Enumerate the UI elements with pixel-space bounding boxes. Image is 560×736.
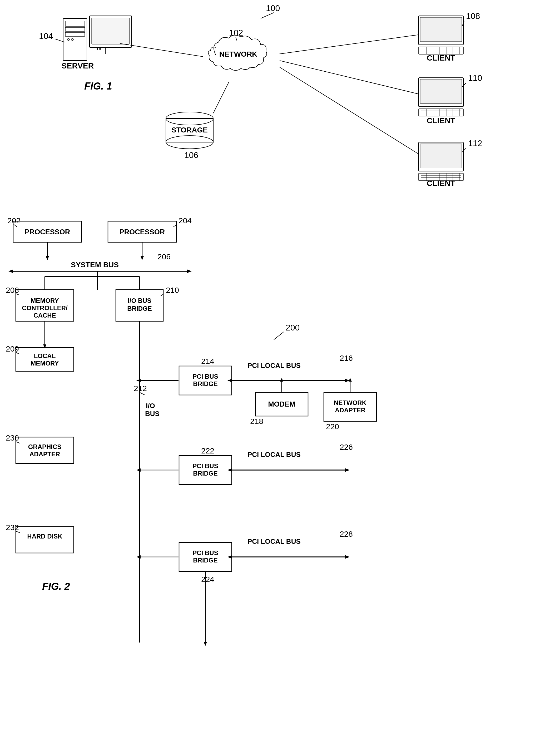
client2-label: CLIENT bbox=[427, 116, 455, 125]
netadapter-up-arrow bbox=[349, 378, 352, 382]
local-memory-box bbox=[16, 348, 74, 371]
svg-line-14 bbox=[236, 37, 237, 41]
ref202-label: 202 bbox=[7, 216, 21, 225]
pci3-right-arrow bbox=[345, 555, 350, 559]
svg-line-57 bbox=[280, 61, 419, 94]
svg-text:MEMORY: MEMORY bbox=[31, 297, 59, 304]
pci1-right-arrow bbox=[345, 379, 350, 382]
ref220-label: 220 bbox=[326, 422, 339, 431]
network-label: NETWORK bbox=[219, 50, 257, 58]
svg-text:GRAPHICS: GRAPHICS bbox=[28, 443, 62, 450]
fig1-svg: 100 104 SERVER bbox=[0, 0, 560, 208]
client2-icon bbox=[419, 78, 463, 116]
svg-text:PCI BUS: PCI BUS bbox=[192, 549, 218, 556]
svg-text:MEMORY: MEMORY bbox=[31, 360, 59, 367]
client3-label: CLIENT bbox=[427, 179, 455, 187]
pci-local-bus3-label: PCI LOCAL BUS bbox=[247, 537, 301, 545]
storage-label: STORAGE bbox=[171, 126, 208, 134]
ref208-label: 208 bbox=[6, 286, 19, 294]
pci-local-bus2-label: PCI LOCAL BUS bbox=[247, 451, 301, 458]
fig2-label: FIG. 2 bbox=[42, 581, 70, 592]
iobus-to-pci1-arrow bbox=[136, 379, 141, 382]
ref204-label: 204 bbox=[179, 216, 192, 225]
svg-line-55 bbox=[213, 82, 229, 113]
svg-text:MODEM: MODEM bbox=[268, 400, 295, 408]
client3-icon bbox=[419, 142, 463, 181]
ref209-label: 209 bbox=[6, 344, 19, 353]
client1-label: CLIENT bbox=[427, 53, 455, 62]
svg-text:BRIDGE: BRIDGE bbox=[193, 470, 217, 477]
pci2-left-arrow bbox=[227, 468, 232, 472]
hard-disk-box bbox=[16, 527, 74, 553]
sysbus-right-arrow bbox=[187, 269, 192, 273]
svg-rect-43 bbox=[420, 144, 462, 168]
svg-text:LOCAL: LOCAL bbox=[34, 352, 56, 359]
svg-text:BRIDGE: BRIDGE bbox=[193, 380, 217, 387]
diagram-container: 100 104 SERVER bbox=[0, 0, 560, 736]
svg-line-83 bbox=[140, 392, 145, 395]
ref102-label: 102 bbox=[229, 28, 243, 37]
svg-text:BRIDGE: BRIDGE bbox=[193, 557, 217, 564]
graphics-adapter-box bbox=[16, 437, 74, 463]
svg-text:BRIDGE: BRIDGE bbox=[127, 305, 152, 312]
ref104-label: 104 bbox=[39, 31, 53, 41]
svg-text:PCI BUS: PCI BUS bbox=[192, 462, 218, 470]
ref222-label: 222 bbox=[201, 446, 214, 455]
ref212-label: 212 bbox=[134, 384, 147, 393]
svg-rect-9 bbox=[92, 18, 130, 44]
iobus-to-pci3-arrow bbox=[136, 555, 141, 559]
processor2-text: PROCESSOR bbox=[120, 228, 165, 236]
ref216-label: 216 bbox=[340, 354, 353, 362]
svg-text:NETWORK: NETWORK bbox=[334, 399, 367, 406]
ref110-label: 110 bbox=[468, 73, 482, 83]
svg-rect-32 bbox=[419, 109, 463, 116]
svg-rect-31 bbox=[420, 79, 462, 103]
svg-text:CACHE: CACHE bbox=[33, 312, 56, 319]
ref210-label: 210 bbox=[166, 286, 179, 294]
svg-rect-5 bbox=[65, 32, 85, 36]
ref226-label: 226 bbox=[340, 443, 353, 451]
svg-rect-4 bbox=[65, 27, 85, 31]
pci2-right-arrow bbox=[345, 468, 350, 472]
ref108-label: 108 bbox=[466, 11, 480, 21]
svg-point-12 bbox=[97, 48, 98, 50]
server-icon bbox=[63, 16, 132, 61]
svg-rect-20 bbox=[419, 47, 463, 54]
pci3-left-arrow bbox=[227, 555, 232, 559]
ref100-label: 100 bbox=[266, 3, 280, 13]
systembus-label: SYSTEM BUS bbox=[71, 261, 119, 269]
svg-text:BUS: BUS bbox=[145, 410, 160, 418]
ref232-label: 232 bbox=[6, 523, 19, 532]
fig2-svg: 200 PROCESSOR 202 PROCESSOR 204 206 SYST… bbox=[0, 208, 560, 736]
fig1-label: FIG. 1 bbox=[84, 81, 112, 92]
svg-text:ADAPTER: ADAPTER bbox=[335, 407, 365, 414]
svg-rect-2 bbox=[63, 18, 87, 61]
pci-local-bus1-label: PCI LOCAL BUS bbox=[247, 362, 301, 369]
ref206-label: 206 bbox=[157, 252, 171, 261]
svg-line-0 bbox=[261, 13, 274, 18]
ref112-label: 112 bbox=[468, 139, 482, 148]
svg-line-58 bbox=[280, 67, 419, 154]
modem-up-arrow bbox=[280, 378, 283, 382]
network-cloud: NETWORK bbox=[208, 35, 267, 71]
client1-icon bbox=[419, 16, 463, 54]
svg-rect-3 bbox=[65, 21, 85, 26]
svg-text:PCI BUS: PCI BUS bbox=[192, 373, 218, 380]
sysbus-left-arrow bbox=[8, 269, 13, 273]
iobus-label: I/O bbox=[146, 402, 155, 410]
storage-icon: STORAGE bbox=[166, 112, 213, 149]
svg-text:I/O BUS: I/O BUS bbox=[128, 297, 151, 304]
ref214-label: 214 bbox=[201, 357, 214, 365]
svg-point-6 bbox=[67, 38, 70, 41]
ref224-label: 224 bbox=[201, 575, 214, 584]
ref218-label: 218 bbox=[250, 417, 263, 426]
svg-rect-19 bbox=[420, 17, 462, 42]
svg-point-13 bbox=[99, 48, 101, 50]
ref228-label: 228 bbox=[340, 530, 353, 538]
svg-line-59 bbox=[274, 332, 284, 340]
svg-line-53 bbox=[462, 148, 466, 152]
svg-point-7 bbox=[71, 38, 73, 41]
processor1-text: PROCESSOR bbox=[25, 228, 70, 236]
svg-line-41 bbox=[462, 83, 466, 87]
svg-text:CONTROLLER/: CONTROLLER/ bbox=[22, 304, 68, 312]
